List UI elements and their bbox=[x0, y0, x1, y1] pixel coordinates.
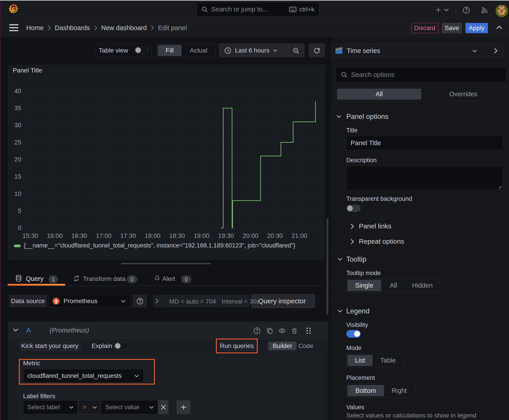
svg-text:18:30: 18:30 bbox=[169, 232, 185, 239]
svg-text:16:00: 16:00 bbox=[47, 232, 63, 239]
svg-text:19:00: 19:00 bbox=[194, 232, 209, 239]
svg-text:25: 25 bbox=[14, 139, 21, 146]
svg-text:15:30: 15:30 bbox=[23, 232, 38, 239]
svg-text:17:00: 17:00 bbox=[96, 232, 112, 239]
svg-text:17:30: 17:30 bbox=[120, 232, 136, 239]
svg-text:18:00: 18:00 bbox=[145, 232, 160, 239]
svg-text:21:00: 21:00 bbox=[291, 232, 307, 239]
svg-text:35: 35 bbox=[14, 105, 21, 112]
svg-text:16:30: 16:30 bbox=[71, 232, 87, 239]
svg-text:19:30: 19:30 bbox=[218, 232, 234, 239]
svg-text:0: 0 bbox=[18, 224, 21, 231]
svg-text:20:00: 20:00 bbox=[243, 232, 258, 239]
svg-text:5: 5 bbox=[18, 207, 21, 214]
svg-text:10: 10 bbox=[14, 190, 21, 197]
svg-text:20: 20 bbox=[14, 156, 21, 163]
svg-text:15: 15 bbox=[14, 173, 21, 180]
svg-text:20:30: 20:30 bbox=[267, 232, 283, 239]
svg-text:40: 40 bbox=[14, 88, 21, 94]
svg-text:30: 30 bbox=[14, 122, 21, 128]
